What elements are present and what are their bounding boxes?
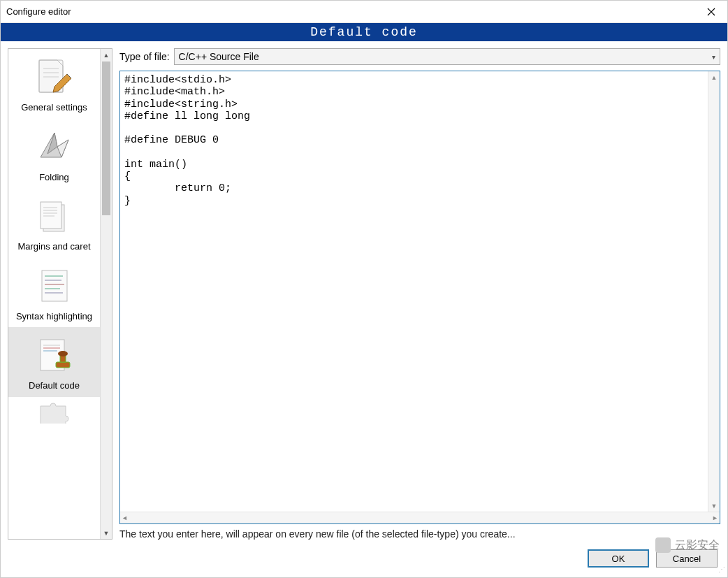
sidebar-item-label: Syntax highlighting bbox=[16, 311, 92, 322]
pages-stack-icon bbox=[32, 194, 77, 238]
sidebar-item-general-settings[interactable]: General settings bbox=[8, 49, 100, 119]
cancel-button[interactable]: Cancel bbox=[656, 549, 718, 568]
svg-rect-13 bbox=[42, 270, 67, 301]
sidebar-list[interactable]: General settings Folding bbox=[8, 49, 100, 539]
sidebar-item-label: Default code bbox=[29, 380, 80, 391]
type-of-file-value: C/C++ Source File bbox=[179, 51, 259, 62]
ok-button[interactable]: OK bbox=[588, 549, 649, 568]
resize-grip-icon[interactable]: ⋰ bbox=[718, 568, 727, 577]
window-title: Configure editor bbox=[6, 6, 71, 17]
sidebar-item-folding[interactable]: Folding bbox=[8, 119, 100, 189]
titlebar: Configure editor bbox=[1, 1, 727, 23]
page-banner: Default code bbox=[1, 23, 727, 41]
main-panel: Type of file: C/C++ Source File ▾ #inclu… bbox=[119, 48, 720, 540]
sidebar-scrollbar[interactable]: ▲ ▼ bbox=[100, 49, 112, 539]
close-icon bbox=[707, 8, 715, 16]
type-of-file-select[interactable]: C/C++ Source File ▾ bbox=[174, 48, 720, 65]
scroll-thumb[interactable] bbox=[102, 62, 110, 215]
scroll-up-icon[interactable]: ▲ bbox=[708, 71, 720, 83]
sidebar-item-label: Margins and caret bbox=[17, 241, 90, 252]
scroll-right-icon[interactable]: ► bbox=[712, 514, 718, 521]
svg-rect-23 bbox=[56, 362, 70, 368]
hint-text: The text you enter here, will appear on … bbox=[119, 528, 720, 540]
sidebar-item-more[interactable] bbox=[8, 397, 100, 426]
sidebar-item-default-code[interactable]: Default code bbox=[8, 327, 100, 397]
code-editor[interactable]: #include<stdio.h> #include<math.h> #incl… bbox=[119, 71, 720, 524]
puzzle-icon bbox=[32, 403, 77, 424]
editor-vertical-scrollbar[interactable]: ▲ ▼ bbox=[708, 71, 720, 512]
scroll-up-icon[interactable]: ▲ bbox=[101, 49, 112, 61]
sidebar-item-label: General settings bbox=[21, 102, 87, 113]
dialog-body: General settings Folding bbox=[1, 41, 727, 547]
scroll-left-icon[interactable]: ◄ bbox=[122, 514, 128, 521]
close-button[interactable] bbox=[695, 1, 727, 23]
sidebar: General settings Folding bbox=[8, 48, 112, 540]
scroll-down-icon[interactable]: ▼ bbox=[708, 500, 720, 512]
sidebar-item-label: Folding bbox=[39, 172, 69, 183]
scroll-down-icon[interactable]: ▼ bbox=[101, 527, 112, 539]
origami-icon bbox=[32, 124, 77, 169]
chevron-down-icon: ▾ bbox=[712, 53, 715, 61]
code-page-icon bbox=[32, 263, 77, 308]
svg-rect-8 bbox=[41, 202, 61, 229]
sidebar-item-margins-caret[interactable]: Margins and caret bbox=[8, 188, 100, 258]
editor-horizontal-scrollbar[interactable]: ◄ ► bbox=[120, 512, 720, 523]
configure-editor-window: Configure editor Default code bbox=[0, 0, 728, 578]
code-content[interactable]: #include<stdio.h> #include<math.h> #incl… bbox=[120, 71, 720, 512]
dialog-footer: OK Cancel bbox=[1, 547, 727, 577]
stamp-page-icon bbox=[32, 333, 77, 377]
type-row: Type of file: C/C++ Source File ▾ bbox=[119, 48, 720, 65]
type-of-file-label: Type of file: bbox=[119, 51, 170, 62]
sidebar-item-syntax-highlighting[interactable]: Syntax highlighting bbox=[8, 258, 100, 328]
svg-point-25 bbox=[58, 351, 68, 356]
page-pencil-icon bbox=[32, 55, 77, 99]
